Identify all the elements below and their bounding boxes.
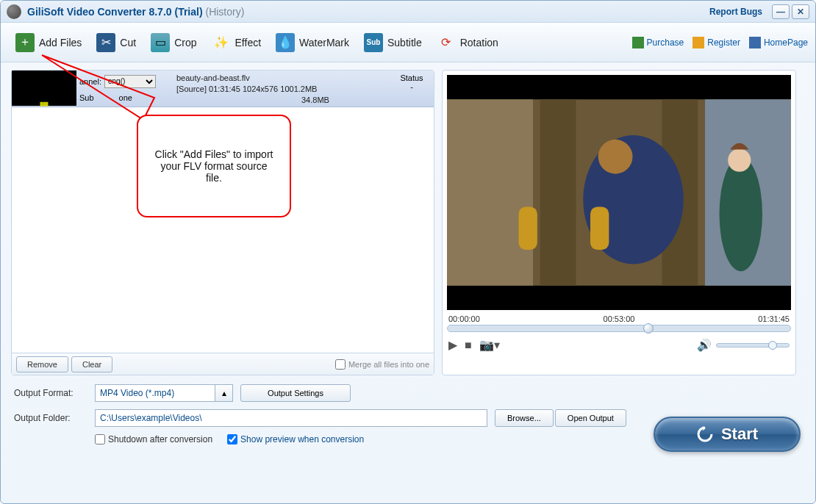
svg-point-9 <box>728 149 751 172</box>
time-mid: 00:53:00 <box>604 314 635 323</box>
start-button[interactable]: Start <box>654 417 801 452</box>
add-files-icon: ＋ <box>15 33 35 52</box>
volume-icon[interactable]: 🔊 <box>697 338 712 352</box>
time-end: 01:31:45 <box>758 314 790 323</box>
cut-label: Cut <box>120 37 136 48</box>
title-main: GiliSoft Video Converter 8.7.0 (Trial) <box>27 6 203 18</box>
purchase-link[interactable]: Purchase <box>632 37 684 48</box>
homepage-label: HomePage <box>764 37 808 48</box>
output-folder-field[interactable] <box>95 409 487 427</box>
preview-text: Show preview when conversion <box>240 434 364 444</box>
browse-button[interactable]: Browse... <box>495 409 554 427</box>
output-format-label: Output Format: <box>14 388 95 398</box>
shutdown-text: Shutdown after conversion <box>108 434 212 444</box>
preview-video[interactable] <box>447 75 791 310</box>
close-button[interactable]: ✕ <box>792 4 809 19</box>
minimize-button[interactable]: — <box>772 4 790 19</box>
start-icon <box>696 425 714 443</box>
file-source-info: [Source] 01:31:45 1024x576 1001.2MB <box>176 84 385 93</box>
time-start: 00:00:00 <box>448 314 480 323</box>
effect-button[interactable]: ✨ Effect <box>204 30 269 55</box>
subtitle-label: Subtitle <box>387 37 422 48</box>
svg-rect-4 <box>540 99 576 286</box>
open-output-button[interactable]: Open Output <box>555 409 626 427</box>
output-format-field[interactable] <box>95 384 215 402</box>
shutdown-checkbox[interactable] <box>95 434 105 444</box>
crop-icon: ▭ <box>151 33 170 52</box>
app-icon <box>7 4 21 19</box>
file-thumbnail: ▓▓▓ <box>12 71 76 106</box>
timeline-thumb[interactable] <box>643 323 654 334</box>
snapshot-button[interactable]: 📷▾ <box>479 338 500 352</box>
watermark-button[interactable]: 💧 WaterMark <box>268 30 357 55</box>
remove-button[interactable]: Remove <box>16 356 68 372</box>
channel-select[interactable]: eng() <box>104 75 156 88</box>
preview-checkbox[interactable] <box>227 434 237 444</box>
purchase-icon <box>632 37 644 48</box>
svg-rect-10 <box>519 207 537 251</box>
clear-button[interactable]: Clear <box>71 356 112 372</box>
subtitle-button[interactable]: Sub Subtitle <box>357 30 429 55</box>
purchase-label: Purchase <box>647 37 684 48</box>
svg-rect-11 <box>590 207 609 251</box>
watermark-label: WaterMark <box>299 37 349 48</box>
svg-point-8 <box>720 156 763 271</box>
stop-button[interactable]: ■ <box>465 339 472 352</box>
crop-label: Crop <box>174 37 196 48</box>
start-label: Start <box>721 425 758 444</box>
play-button[interactable]: ▶ <box>448 338 457 352</box>
merge-text: Merge all files into one <box>348 360 429 369</box>
subtitle-value: one <box>119 93 132 102</box>
window-title: GiliSoft Video Converter 8.7.0 (Trial) (… <box>27 6 244 18</box>
preview-checkbox-label[interactable]: Show preview when conversion <box>227 434 364 444</box>
preview-frame <box>447 75 791 310</box>
title-sub: (History) <box>205 6 244 18</box>
file-target-info: 34.8MB <box>176 96 385 104</box>
output-format-dropdown[interactable]: ▴ <box>215 384 233 402</box>
register-icon <box>692 37 704 48</box>
rotation-button[interactable]: ⟳ Rotation <box>429 30 506 55</box>
subtitle-field-label: Sub <box>79 93 94 102</box>
subtitle-icon: Sub <box>364 33 383 52</box>
callout-text: Click "Add Files" to import your FLV for… <box>153 148 275 184</box>
add-files-label: Add Files <box>39 37 82 48</box>
file-name: beauty-and-beast.flv <box>176 73 385 82</box>
callout-tooltip: Click "Add Files" to import your FLV for… <box>137 115 291 217</box>
homepage-icon <box>749 37 761 48</box>
merge-checkbox-label[interactable]: Merge all files into one <box>335 359 429 370</box>
effect-icon: ✨ <box>212 33 231 52</box>
cut-button[interactable]: ✂ Cut <box>89 30 143 55</box>
svg-rect-2 <box>447 99 533 286</box>
cut-icon: ✂ <box>96 33 115 52</box>
watermark-icon: 💧 <box>276 33 295 52</box>
add-files-button[interactable]: ＋ Add Files <box>8 30 89 55</box>
crop-button[interactable]: ▭ Crop <box>143 30 204 55</box>
output-settings-button[interactable]: Output Settings <box>240 384 351 402</box>
merge-checkbox[interactable] <box>335 359 346 370</box>
output-folder-label: Output Folder: <box>14 413 95 423</box>
report-bugs-link[interactable]: Report Bugs <box>709 7 762 17</box>
timeline-slider[interactable] <box>447 325 791 332</box>
effect-label: Effect <box>235 37 262 48</box>
volume-slider[interactable] <box>716 343 790 348</box>
shutdown-checkbox-label[interactable]: Shutdown after conversion <box>95 434 212 444</box>
status-value: - <box>390 82 434 91</box>
rotation-icon: ⟳ <box>437 33 456 52</box>
rotation-label: Rotation <box>460 37 498 48</box>
register-link[interactable]: Register <box>692 37 740 48</box>
file-row[interactable]: ▓▓▓ annel: eng() Sub one <box>12 71 434 107</box>
status-header: Status <box>390 73 434 82</box>
volume-thumb[interactable] <box>768 341 777 350</box>
svg-point-7 <box>598 140 633 174</box>
channel-label: annel: <box>79 77 101 86</box>
preview-panel: 00:00:00 00:53:00 01:31:45 ▶ ■ 📷▾ 🔊 <box>442 70 796 375</box>
homepage-link[interactable]: HomePage <box>749 37 808 48</box>
register-label: Register <box>707 37 740 48</box>
